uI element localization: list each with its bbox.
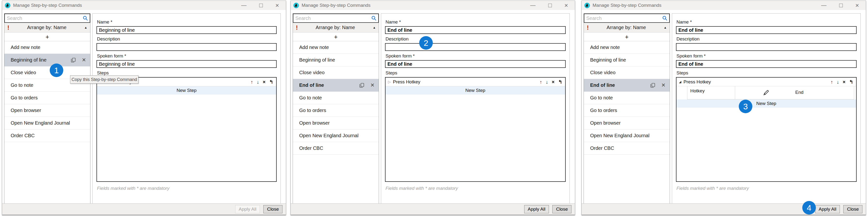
spoken-form-input[interactable] <box>385 60 566 68</box>
maximize-icon[interactable] <box>259 4 263 7</box>
delete-step-icon[interactable]: × <box>263 80 266 84</box>
description-input[interactable] <box>385 43 566 51</box>
description-input[interactable] <box>96 43 277 51</box>
expander-collapsed-icon[interactable]: ▷ <box>388 80 391 84</box>
list-item[interactable]: Close video <box>293 66 379 79</box>
arrange-by-label: Arrange by: Name <box>298 25 373 30</box>
delete-step-icon[interactable]: × <box>552 80 555 84</box>
list-item-selected[interactable]: Beginning of line × <box>4 54 90 66</box>
delete-command-icon[interactable]: × <box>370 82 374 89</box>
description-input[interactable] <box>676 43 857 51</box>
new-step-button[interactable]: New Step <box>677 99 856 107</box>
list-item[interactable]: Open browser <box>4 104 90 117</box>
spoken-form-input[interactable] <box>96 60 277 68</box>
search-icon[interactable] <box>662 15 668 21</box>
list-item[interactable]: Order CBC <box>584 142 670 155</box>
list-item[interactable]: Add new note <box>584 41 670 54</box>
hotkey-field-label: Hotkey <box>687 86 735 99</box>
undo-step-icon[interactable]: ↰ <box>558 80 562 84</box>
list-item[interactable]: Go to orders <box>4 92 90 104</box>
name-label: Name * <box>97 20 277 25</box>
titlebar-close-icon[interactable]: × <box>275 2 279 8</box>
add-command-button[interactable]: + <box>4 32 90 41</box>
titlebar-close-icon[interactable]: × <box>856 2 859 8</box>
list-item[interactable]: Order CBC <box>293 142 379 155</box>
apply-all-button[interactable]: Apply All <box>235 205 260 213</box>
name-input[interactable] <box>676 26 857 34</box>
name-label: Name * <box>677 20 857 25</box>
apply-all-button[interactable]: Apply All <box>524 205 549 213</box>
list-item[interactable]: Add new note <box>4 41 90 54</box>
move-step-up-icon[interactable]: ↑ <box>540 80 542 84</box>
close-button[interactable]: Close <box>552 205 571 213</box>
new-step-button[interactable]: New Step <box>385 86 565 95</box>
steps-label: Steps <box>385 70 566 75</box>
list-item[interactable]: Open New England Journal <box>4 117 90 129</box>
list-item[interactable]: Beginning of line <box>293 54 379 66</box>
minimize-icon[interactable]: — <box>241 3 247 8</box>
close-button[interactable]: Close <box>263 205 282 213</box>
window-title: Manage Step-by-step Commands <box>593 3 661 8</box>
mandatory-note: Fields marked with * are mandatory <box>677 186 857 191</box>
search-icon[interactable] <box>371 15 377 21</box>
close-button[interactable]: Close <box>843 205 862 213</box>
delete-command-icon[interactable]: × <box>661 82 665 89</box>
delete-step-icon[interactable]: × <box>843 80 846 84</box>
name-input[interactable] <box>96 26 277 34</box>
step-header[interactable]: ◢ Press Hotkey ↑ ↓ × ↰ <box>677 78 856 86</box>
expander-expanded-icon[interactable]: ◢ <box>679 80 681 83</box>
step-header[interactable]: ▷ Press Hotkey ↑ ↓ × ↰ <box>385 78 565 86</box>
delete-command-icon[interactable]: × <box>82 57 86 63</box>
list-item-selected[interactable]: End of line × <box>293 79 379 92</box>
minimize-icon[interactable]: — <box>821 3 827 8</box>
arrange-by-header[interactable]: ! Arrange by: Name ▲ <box>4 23 90 32</box>
window-title: Manage Step-by-step Commands <box>302 3 370 8</box>
arrange-by-header[interactable]: ! Arrange by: Name ▲ <box>584 23 670 32</box>
arrange-by-label: Arrange by: Name <box>9 25 84 30</box>
copy-command-icon[interactable] <box>650 83 656 88</box>
minimize-icon[interactable]: — <box>530 3 535 8</box>
list-item[interactable]: Open New England Journal <box>293 129 379 142</box>
undo-step-icon[interactable]: ↰ <box>269 80 273 84</box>
list-item[interactable]: Go to note <box>584 92 670 104</box>
arrange-by-header[interactable]: ! Arrange by: Name ▲ <box>293 23 379 32</box>
search-input[interactable] <box>293 13 379 23</box>
list-item[interactable]: Close video <box>584 66 670 79</box>
name-input[interactable] <box>385 26 566 34</box>
edit-hotkey-icon[interactable] <box>763 89 770 96</box>
list-item-selected[interactable]: End of line × <box>584 79 670 92</box>
spoken-form-label: Spoken form * <box>385 53 566 59</box>
maximize-icon[interactable] <box>839 4 843 7</box>
copy-command-icon[interactable] <box>70 57 76 63</box>
annotation-badge-4: 4 <box>802 201 816 215</box>
list-item[interactable]: Order CBC <box>4 129 90 142</box>
apply-all-button[interactable]: Apply All <box>815 205 840 213</box>
list-item[interactable]: Beginning of line <box>584 54 670 66</box>
undo-step-icon[interactable]: ↰ <box>849 80 853 84</box>
list-item[interactable]: Go to note <box>293 92 379 104</box>
new-step-button[interactable]: New Step <box>97 86 276 95</box>
command-list: Add new note Beginning of line Close vid… <box>293 41 379 155</box>
move-step-up-icon[interactable]: ↑ <box>251 80 253 84</box>
copy-command-icon[interactable] <box>359 83 365 88</box>
list-item[interactable]: Go to orders <box>293 104 379 117</box>
spoken-form-input[interactable] <box>676 60 857 68</box>
footer-bar: Apply All Close <box>2 204 286 215</box>
move-step-down-icon[interactable]: ↓ <box>837 80 839 84</box>
move-step-up-icon[interactable]: ↑ <box>831 80 833 84</box>
list-item[interactable]: Open browser <box>584 117 670 129</box>
add-command-button[interactable]: + <box>584 32 670 41</box>
add-command-button[interactable]: + <box>293 32 379 41</box>
move-step-down-icon[interactable]: ↓ <box>257 80 259 84</box>
list-item[interactable]: Add new note <box>293 41 379 54</box>
list-item[interactable]: Open browser <box>293 117 379 129</box>
list-item[interactable]: Go to orders <box>584 104 670 117</box>
search-icon[interactable] <box>83 15 88 21</box>
titlebar-close-icon[interactable]: × <box>564 2 568 8</box>
move-step-down-icon[interactable]: ↓ <box>546 80 548 84</box>
search-input[interactable] <box>584 13 670 23</box>
annotation-badge-3: 3 <box>739 100 752 113</box>
search-input[interactable] <box>4 13 90 23</box>
maximize-icon[interactable] <box>548 4 552 7</box>
list-item[interactable]: Open New England Journal <box>584 129 670 142</box>
